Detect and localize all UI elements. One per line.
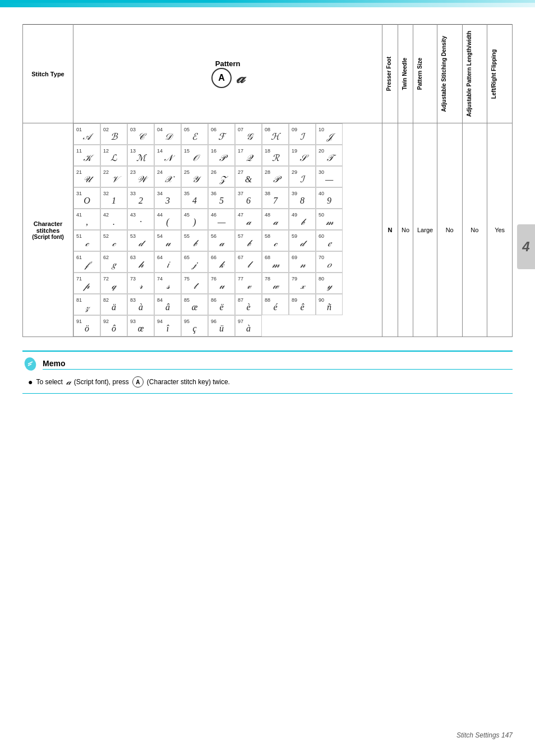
stitch-label-line2: stitches bbox=[25, 227, 71, 234]
char-glyph: 𝓍 bbox=[301, 282, 305, 291]
char-cell: 20𝒯 bbox=[316, 145, 343, 166]
char-glyph: 𝒸 bbox=[85, 239, 89, 248]
memo-script-name: (Script font), press bbox=[74, 378, 129, 386]
char-num: 72 bbox=[103, 276, 109, 282]
char-glyph: ö bbox=[85, 324, 89, 333]
char-cell: 91ö bbox=[73, 315, 100, 336]
char-cell: 61𝒻 bbox=[73, 251, 100, 273]
char-num: 21 bbox=[76, 170, 82, 175]
main-table: Stitch Type Pattern A 𝒶 Presser Foot Twi… bbox=[22, 24, 513, 337]
char-num: 17 bbox=[238, 149, 243, 154]
char-cell: 12ℒ bbox=[100, 145, 127, 166]
presser-foot-header: Presser Foot bbox=[382, 25, 398, 123]
char-glyph: 𝒷 bbox=[247, 239, 251, 248]
char-cell: 08ℋ bbox=[262, 123, 289, 145]
char-glyph: 𝒷 bbox=[301, 218, 305, 227]
char-cell: 81𝓏 bbox=[73, 294, 100, 315]
char-glyph: 𝓀 bbox=[219, 260, 224, 269]
char-glyph: 𝓁 bbox=[247, 260, 250, 269]
char-cell: 67𝓁 bbox=[235, 251, 262, 273]
char-cell: 41, bbox=[73, 209, 100, 230]
char-cell: 321 bbox=[100, 187, 127, 209]
char-num: 94 bbox=[157, 319, 163, 324]
char-cell: 05ℰ bbox=[181, 123, 208, 145]
char-num: 03 bbox=[130, 127, 136, 132]
char-num: 41 bbox=[76, 213, 82, 218]
char-glyph: 𝒽 bbox=[139, 260, 144, 269]
char-num: 75 bbox=[184, 276, 190, 282]
twin-needle-header: Twin Needle bbox=[398, 25, 413, 123]
char-cell: 343 bbox=[154, 187, 181, 209]
char-cell: 79𝓍 bbox=[289, 273, 316, 294]
char-cell: 63𝒽 bbox=[127, 251, 154, 273]
bullet: ● bbox=[28, 377, 33, 386]
adj-length-header: Adjustable Pattern Length/width bbox=[462, 25, 487, 123]
char-cell: 27& bbox=[235, 166, 262, 187]
char-cell: 25𝒴 bbox=[181, 166, 208, 187]
char-glyph: 𝓊 bbox=[165, 239, 170, 248]
char-cell: 90ñ bbox=[316, 294, 343, 315]
char-cell: 76𝓊 bbox=[208, 273, 235, 294]
char-glyph: ℒ bbox=[110, 154, 117, 163]
char-cell: 96ü bbox=[208, 315, 235, 336]
header-row: Stitch Type Pattern A 𝒶 Presser Foot Twi… bbox=[23, 25, 513, 123]
char-num: 20 bbox=[319, 149, 324, 154]
pattern-header: Pattern A 𝒶 bbox=[73, 25, 382, 123]
char-glyph: 𝒸 bbox=[112, 239, 116, 248]
char-cell: 58𝒸 bbox=[262, 230, 289, 251]
char-cell: 18ℛ bbox=[262, 145, 289, 166]
char-num: 48 bbox=[265, 213, 270, 218]
char-num: 12 bbox=[103, 149, 109, 154]
char-num: 67 bbox=[238, 255, 243, 260]
char-cell: 398 bbox=[289, 187, 316, 209]
char-num: 42 bbox=[103, 213, 109, 218]
char-glyph: ( bbox=[166, 218, 169, 227]
char-glyph: 𝑖 bbox=[167, 260, 169, 269]
char-num: 45 bbox=[184, 213, 190, 218]
char-glyph: 𝒫 bbox=[273, 175, 279, 184]
char-num: 30 bbox=[319, 170, 324, 175]
char-num: 51 bbox=[76, 234, 82, 239]
char-glyph: 𝓈 bbox=[167, 282, 169, 291]
char-num: 28 bbox=[265, 170, 270, 175]
circle-a-icon: A bbox=[211, 68, 232, 88]
char-cell: 73𝓇 bbox=[127, 273, 154, 294]
char-cell: 09ℐ bbox=[289, 123, 316, 145]
char-num: 22 bbox=[103, 170, 109, 175]
char-num: 31 bbox=[76, 191, 82, 196]
char-glyph: 𝒳 bbox=[164, 175, 171, 184]
char-num: 05 bbox=[184, 127, 190, 132]
char-cell: 10𝒥 bbox=[316, 123, 343, 145]
char-glyph: ℰ bbox=[192, 132, 197, 141]
char-cell: 21𝒰 bbox=[73, 166, 100, 187]
pattern-size-value: Large bbox=[413, 123, 437, 337]
char-cell: 97à bbox=[235, 315, 262, 336]
char-cell: 332 bbox=[127, 187, 154, 209]
char-cell: 354 bbox=[181, 187, 208, 209]
char-cell: 57𝒷 bbox=[235, 230, 262, 251]
char-glyph: 𝒫 bbox=[219, 154, 225, 163]
char-num: 56 bbox=[211, 234, 216, 239]
char-glyph: ç bbox=[192, 324, 196, 333]
chapter-number: 4 bbox=[522, 239, 529, 255]
char-cell: 15𝒪 bbox=[181, 145, 208, 166]
char-glyph: 𝓃 bbox=[300, 260, 305, 269]
char-glyph: ℱ bbox=[218, 132, 225, 141]
char-cell: 64𝑖 bbox=[154, 251, 181, 273]
char-cell: 16𝒫 bbox=[208, 145, 235, 166]
char-cell: 62𝑔 bbox=[100, 251, 127, 273]
char-cell: 23𝒲 bbox=[127, 166, 154, 187]
char-num: 50 bbox=[319, 213, 324, 218]
char-num: 91 bbox=[76, 319, 82, 324]
char-num: 71 bbox=[76, 276, 82, 282]
char-cell: 66𝓀 bbox=[208, 251, 235, 273]
char-num: 23 bbox=[130, 170, 136, 175]
char-cell: 31O bbox=[73, 187, 100, 209]
char-glyph: î bbox=[167, 324, 169, 333]
char-glyph: 𝒴 bbox=[192, 175, 198, 184]
char-cell: 82ä bbox=[100, 294, 127, 315]
char-num: 55 bbox=[184, 234, 190, 239]
char-num: 14 bbox=[157, 149, 163, 154]
char-glyph: 1 bbox=[112, 196, 116, 205]
memo-script-glyph: 𝒶 bbox=[66, 377, 71, 387]
